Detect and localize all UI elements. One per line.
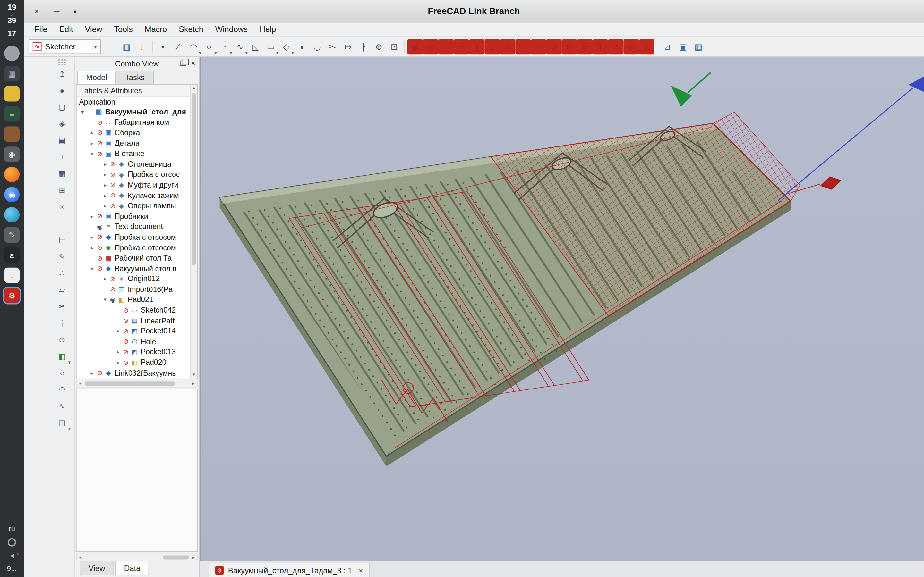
scroll-right-icon[interactable]: ▸ xyxy=(190,380,197,387)
scissors-icon[interactable]: ✂ xyxy=(54,299,70,314)
tab-tasks[interactable]: Tasks xyxy=(116,71,153,84)
trim-edge-button[interactable]: ✂ xyxy=(325,39,340,54)
tree-item[interactable]: ⊘ ▦ Рабочий стол Та xyxy=(77,253,197,263)
constrain-distance-x-button[interactable]: ⊢ xyxy=(577,39,593,54)
camera-icon[interactable]: ◉ xyxy=(4,147,19,162)
save-button[interactable]: ↓ xyxy=(134,39,150,54)
download-icon[interactable]: ↓ xyxy=(4,268,19,283)
tab-data[interactable]: Data xyxy=(115,561,149,575)
globe-icon[interactable] xyxy=(4,46,19,61)
constrain-equal-button[interactable]: = xyxy=(515,39,531,54)
expander-icon[interactable]: ▸ xyxy=(115,328,121,334)
tree-item[interactable]: ▸ ⊘ ◆ Пробка с отсосом xyxy=(77,232,197,243)
spline-tool-icon[interactable]: ∿ xyxy=(54,399,70,414)
property-horizontal-scrollbar[interactable]: ◂ ▸ xyxy=(76,554,198,561)
rectangular-array-button[interactable]: ▦ xyxy=(691,39,706,54)
screen-icon[interactable]: ▢ xyxy=(54,100,70,114)
constrain-distance-button[interactable]: ↗ xyxy=(608,39,624,54)
firefox-icon[interactable] xyxy=(4,167,19,182)
viewport-3d[interactable] xyxy=(200,57,924,561)
expander-icon[interactable]: ▸ xyxy=(102,172,109,178)
expander-icon[interactable]: ▸ xyxy=(89,370,95,376)
scroll-right-icon[interactable]: ▸ xyxy=(190,554,197,561)
document-tab[interactable]: ⚙ Вакуумный_стол_для_Тадам_3 : 1 × xyxy=(208,562,370,577)
tree-vertical-scrollbar[interactable]: ▴ ▾ xyxy=(190,85,197,379)
amazon-icon[interactable]: a xyxy=(4,247,19,263)
dimension-icon[interactable]: ⊢ xyxy=(54,233,70,247)
constrain-distance-y-button[interactable]: ⊤ xyxy=(593,39,608,54)
group-icon[interactable]: ⊞ xyxy=(54,183,70,197)
expander-icon[interactable]: ▸ xyxy=(89,213,95,219)
menu-sketch[interactable]: Sketch xyxy=(173,24,209,35)
package-icon[interactable] xyxy=(4,127,19,142)
tree-item[interactable]: ▾ ⊘ ▣ В станке xyxy=(77,148,197,159)
constrain-diameter-button[interactable]: ⌀ xyxy=(624,39,639,54)
tree-item[interactable]: ▸ ⊘ ▣ Детали xyxy=(77,138,197,149)
sphere-icon[interactable]: ● xyxy=(54,83,70,98)
menu-macro[interactable]: Macro xyxy=(139,24,173,35)
create-polygon-button[interactable]: ◇ ▾ xyxy=(278,39,294,54)
scroll-left-icon[interactable]: ◂ xyxy=(77,380,84,387)
toggle-construction-button[interactable]: ⊿ xyxy=(660,39,675,54)
tree-item[interactable]: ▸ ⊘ ⌖ Origin012 xyxy=(77,274,197,284)
stamp-icon[interactable]: ⊙ xyxy=(54,332,70,347)
scroll-up-icon[interactable]: ▴ xyxy=(191,85,197,92)
create-polyline-button[interactable]: ◺ xyxy=(248,39,263,54)
scroll-left-icon[interactable]: ◂ xyxy=(77,554,84,561)
expander-icon[interactable]: ▸ xyxy=(115,349,121,355)
tree-horizontal-scrollbar[interactable]: ◂ ▸ xyxy=(76,380,198,388)
menu-windows[interactable]: Windows xyxy=(209,24,254,35)
tree-item[interactable]: ▸ ⊘ ▣ Сборка xyxy=(77,127,197,138)
undock-panel-icon[interactable] xyxy=(180,61,186,66)
create-point-button[interactable]: • xyxy=(155,39,170,54)
scrollbar-thumb[interactable] xyxy=(192,93,196,266)
tree-item[interactable]: ▾ ▥ Вакуумный_стол_для xyxy=(77,107,197,117)
minimize-icon[interactable]: ─ xyxy=(53,6,59,16)
extend-edge-button[interactable]: ↦ xyxy=(341,39,356,54)
scroll-down-icon[interactable]: ▾ xyxy=(191,372,197,379)
constrain-block-button[interactable]: ⊗ xyxy=(546,39,562,54)
tree-item[interactable]: ⊘ ▥ Import016(Pa xyxy=(77,284,197,295)
close-tab-icon[interactable]: × xyxy=(359,566,363,575)
expander-icon[interactable]: ▸ xyxy=(115,359,121,366)
green-part-icon[interactable]: ◧ ▾ xyxy=(54,349,70,364)
create-slot-button[interactable]: ◖ xyxy=(294,39,309,54)
expander-icon[interactable]: ▾ xyxy=(89,266,95,272)
scrollbar-thumb[interactable] xyxy=(85,382,175,386)
tree-item[interactable]: ▸ ⊘ ◆ Столешница xyxy=(77,159,197,169)
constrain-parallel-button[interactable]: ∥ xyxy=(469,39,485,54)
axonometric-icon[interactable]: ◈ xyxy=(54,116,70,131)
external-geometry-button[interactable]: ⊕ xyxy=(371,39,387,54)
constrain-point-on-object-button[interactable]: ◎ xyxy=(423,39,438,54)
expander-icon[interactable]: ▸ xyxy=(102,203,109,209)
freecad-icon[interactable]: ⚙ xyxy=(4,288,19,303)
tiles-icon[interactable]: ▦ xyxy=(4,66,19,81)
toolbar-grip-handle[interactable] xyxy=(57,59,67,65)
constrain-angle-button[interactable]: ∠ xyxy=(639,39,654,54)
mic-icon[interactable] xyxy=(8,538,16,546)
expander-icon[interactable]: ▸ xyxy=(102,161,109,167)
expander-icon[interactable]: ▾ xyxy=(89,151,95,157)
expander-icon[interactable]: ▾ xyxy=(79,109,86,115)
close-icon[interactable]: × xyxy=(34,6,39,16)
tree-item[interactable]: ⊘ ▱ Габаритная ком xyxy=(77,117,197,128)
tree-item[interactable]: ▸ ⊘ ◧ Pad020 xyxy=(77,358,197,368)
menu-tools[interactable]: Tools xyxy=(108,24,139,35)
constrain-vertical-button[interactable]: ∣ xyxy=(438,39,454,54)
create-bspline-button[interactable]: ∿ ▾ xyxy=(232,39,248,54)
constrain-coincident-button[interactable]: ◉ xyxy=(407,39,423,54)
tree-root-application[interactable]: Application xyxy=(77,97,197,107)
close-panel-icon[interactable]: × xyxy=(191,59,195,67)
upload-icon[interactable]: ↥ xyxy=(54,66,70,81)
mirror-tool-icon[interactable]: ◫ ▾ xyxy=(54,416,70,430)
clipboard-icon[interactable]: ▤ xyxy=(54,133,70,148)
tree-item[interactable]: ⊘ ◍ Hole xyxy=(77,337,197,347)
tree-item[interactable]: ▸ ⊘ ◩ Pocket014 xyxy=(77,326,197,337)
expander-icon[interactable]: ▸ xyxy=(102,182,109,188)
terminal-icon[interactable]: ≡ xyxy=(4,106,19,122)
create-line-button[interactable]: ∕ xyxy=(170,39,186,54)
expander-icon[interactable]: ▸ xyxy=(102,193,109,199)
points-icon[interactable]: ∴ xyxy=(54,266,70,280)
chromium-icon[interactable]: ◉ xyxy=(4,187,19,202)
menu-view[interactable]: View xyxy=(79,24,108,35)
